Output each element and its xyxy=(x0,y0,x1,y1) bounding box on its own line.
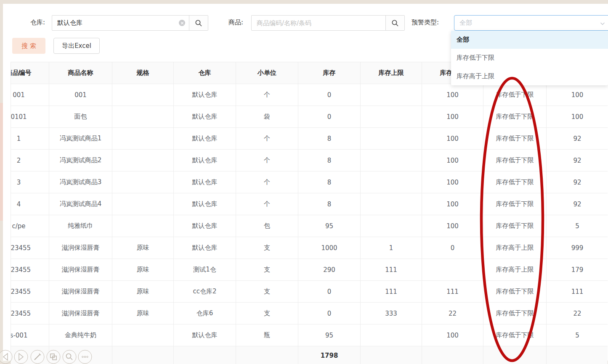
table-cell: 个 xyxy=(236,150,298,171)
table-cell xyxy=(112,215,174,237)
table-cell xyxy=(361,193,422,215)
product-label: 商品: xyxy=(228,18,243,26)
pen-icon[interactable] xyxy=(31,350,44,364)
table-cell xyxy=(361,128,422,150)
table-cell: 滋润保湿唇膏 xyxy=(49,259,112,281)
warehouse-input[interactable] xyxy=(52,16,189,30)
table-cell: 滋润保湿唇膏 xyxy=(49,303,112,324)
table-cell: 123455 xyxy=(11,281,49,303)
table-cell: 冯岚测试商品2 xyxy=(49,150,112,171)
table-cell xyxy=(361,171,422,193)
magnifier-icon[interactable] xyxy=(63,350,76,364)
table-cell: 111 xyxy=(422,281,483,303)
footer-cell xyxy=(361,346,422,364)
table-cell: 8 xyxy=(298,150,361,171)
product-input-group xyxy=(251,15,405,31)
product-input[interactable] xyxy=(252,16,385,30)
table-cell: 100 xyxy=(422,171,483,193)
table-cell: 001 xyxy=(11,84,49,106)
table-cell: 123455 xyxy=(11,303,49,324)
table-cell: 111 xyxy=(361,281,422,303)
next-icon[interactable] xyxy=(14,350,28,364)
stock-total: 1798 xyxy=(298,346,361,364)
table-row: 001001默认仓库个0100库存低于下限100 xyxy=(11,84,608,106)
dropdown-option[interactable]: 库存高于上限 xyxy=(451,67,608,85)
table-cell: 默认仓库 xyxy=(174,237,236,259)
dropdown-option[interactable]: 全部 xyxy=(451,31,608,49)
table-cell: 0 xyxy=(298,281,361,303)
left-edge-tint xyxy=(0,103,3,221)
table-cell xyxy=(361,84,422,106)
annotation-toolbar[interactable] xyxy=(0,350,97,364)
table-row: 123455滋润保湿唇膏原味默认仓库支100010库存高于上限999 xyxy=(11,237,608,259)
warehouse-label: 仓库: xyxy=(30,18,45,26)
table-cell: 纯雅纸巾 xyxy=(49,215,112,237)
footer-cell xyxy=(483,346,547,364)
table-cell: 个 xyxy=(236,84,298,106)
table-cell xyxy=(112,193,174,215)
alert-type-select[interactable]: 全部 xyxy=(454,15,608,31)
table-cell: 100 xyxy=(422,84,483,106)
table-cell: 库存高于上限 xyxy=(483,259,547,281)
table-row: 2冯岚测试商品2默认仓库个8100库存低于下限92 xyxy=(11,150,608,171)
table-cell: 1000 xyxy=(298,237,361,259)
table-cell xyxy=(112,84,174,106)
search-icon xyxy=(391,19,399,27)
table-cell: 0 xyxy=(422,237,483,259)
footer-cell xyxy=(236,346,298,364)
table-cell: 999 xyxy=(547,237,608,259)
table-cell: 冯岚测试商品3 xyxy=(49,171,112,193)
table-cell: 原味 xyxy=(112,281,174,303)
table-cell: 默认仓库 xyxy=(174,128,236,150)
table-cell: 冯岚测试商品1 xyxy=(49,128,112,150)
table-cell xyxy=(422,259,483,281)
table-cell: 8 xyxy=(298,128,361,150)
table-cell: 库存低于下限 xyxy=(483,150,547,171)
table-cell: 库存高于上限 xyxy=(483,237,547,259)
chevron-down-icon xyxy=(600,21,605,28)
table-cell: 95 xyxy=(298,324,361,346)
table-cell: 100 xyxy=(547,106,608,128)
table-cell: 袋 xyxy=(236,106,298,128)
table-cell: 库存低于下限 xyxy=(483,84,547,106)
table-cell: 100 xyxy=(422,128,483,150)
table-cell xyxy=(112,324,174,346)
table-cell: 1 xyxy=(11,128,49,150)
product-search-button[interactable] xyxy=(385,16,404,30)
table-row: 4冯岚测试商品4默认仓库个8100库存低于下限92 xyxy=(11,193,608,215)
table-cell: 个 xyxy=(236,171,298,193)
table-cell: 个 xyxy=(236,193,298,215)
table-cell: 支 xyxy=(236,303,298,324)
table-cell: 库存低于下限 xyxy=(483,171,547,193)
table-cell: 111 xyxy=(361,259,422,281)
column-header: 库存上限 xyxy=(361,62,422,84)
warehouse-search-button[interactable] xyxy=(189,16,208,30)
prev-icon[interactable] xyxy=(0,350,12,364)
footer-cell xyxy=(174,346,236,364)
export-excel-button[interactable]: 导出Excel xyxy=(53,38,100,54)
footer-cell xyxy=(422,346,483,364)
dropdown-option[interactable]: 库存低于下限 xyxy=(451,49,608,67)
table-cell: 滋润保湿唇膏 xyxy=(49,281,112,303)
table-cell: 支 xyxy=(236,259,298,281)
column-header: 库存 xyxy=(298,62,361,84)
table-cell: 库存低于下限 xyxy=(483,106,547,128)
search-button[interactable]: 搜 索 xyxy=(12,38,45,54)
table-cell: 支 xyxy=(236,237,298,259)
table-cell: 5 xyxy=(547,215,608,237)
more-icon[interactable] xyxy=(78,350,92,364)
table-cell: 库存低于下限 xyxy=(483,128,547,150)
table-cell: 库存低于下限 xyxy=(483,193,547,215)
clear-icon[interactable] xyxy=(179,20,185,26)
table-cell: 22 xyxy=(547,303,608,324)
table-cell: 5 xyxy=(547,324,608,346)
screenshot-icon[interactable] xyxy=(47,350,60,364)
table-cell xyxy=(112,150,174,171)
column-header: 仓库 xyxy=(174,62,236,84)
table-cell: 100 xyxy=(422,106,483,128)
inventory-table: 商品编号商品名称规格仓库小单位库存库存上限库存下限 001001默认仓库个010… xyxy=(11,62,608,364)
table-cell: 原味 xyxy=(112,259,174,281)
table-cell: 100 xyxy=(422,324,483,346)
alert-type-dropdown: 全部库存低于下限库存高于上限 xyxy=(451,31,608,85)
table-cell: 001 xyxy=(49,84,112,106)
